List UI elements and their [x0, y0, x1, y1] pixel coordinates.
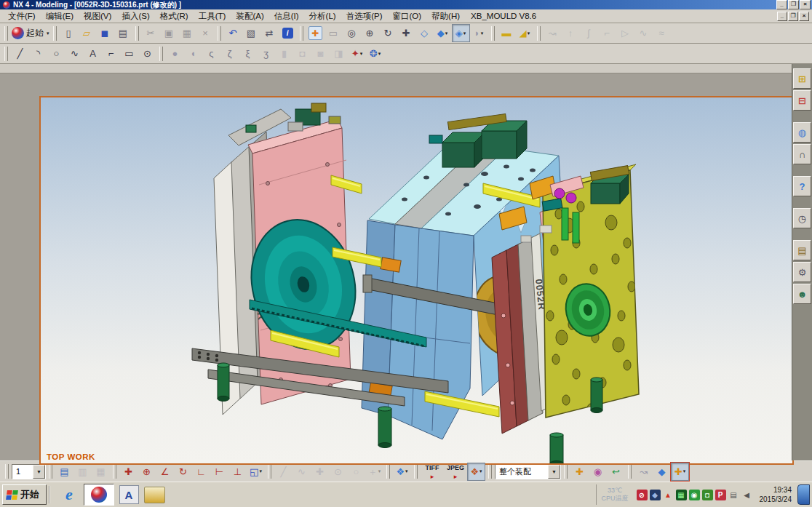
help-button[interactable]: ?	[793, 176, 811, 196]
information-button[interactable]: i	[279, 24, 297, 42]
polygon-button[interactable]: ⊙	[138, 44, 156, 63]
taskbar-clock[interactable]: 19:34 2015/3/24	[760, 485, 792, 504]
assemblies-dialog-dropdown-icon[interactable]: ▾	[405, 468, 408, 474]
spline-button[interactable]: ∿	[65, 44, 84, 63]
selection-tool-button[interactable]: ✚▾	[671, 463, 689, 481]
menu-item-5[interactable]: 工具(T)	[194, 11, 231, 21]
work-set-combo-dropdown-icon[interactable]: ▼	[548, 465, 560, 479]
menu-item-11[interactable]: 帮助(H)	[426, 11, 465, 21]
3d-model-canvas[interactable]: 0052R	[41, 97, 792, 463]
start-app-menu-button[interactable]: 起始▾	[11, 24, 50, 42]
divide-curve-button[interactable]: ζ	[220, 44, 239, 63]
layer-settings-button[interactable]: ▤	[55, 463, 73, 481]
menu-item-9[interactable]: 首选项(P)	[341, 11, 388, 21]
mdi-restore-button[interactable]: ❐	[788, 12, 798, 21]
wcs-rotate-button[interactable]: ∠	[156, 463, 174, 481]
wcs-display-button[interactable]: ⊥	[228, 463, 247, 481]
undo-button[interactable]: ↶	[224, 24, 242, 42]
tray-device-icon[interactable]: ▤	[728, 490, 739, 500]
datum-plane-button[interactable]: ◢▾	[516, 24, 534, 42]
mdi-close-button[interactable]: ×	[799, 12, 809, 21]
tray-blocked-icon[interactable]: P	[715, 490, 726, 500]
wcs-dynamics-button[interactable]: ✚	[119, 463, 138, 481]
graphics-window[interactable]: 0052R	[39, 96, 794, 465]
toolbar-grip[interactable]	[159, 47, 163, 61]
tray-terminal-icon[interactable]: ▦	[676, 490, 687, 500]
toolbar-grip[interactable]	[4, 47, 8, 61]
edit-curve-button[interactable]: ξ	[239, 44, 257, 63]
toolbar-grip[interactable]	[386, 464, 390, 479]
work-set-combo[interactable]: 整个装配▼	[495, 464, 561, 479]
zoom-in-out-button[interactable]: ⊕	[361, 24, 379, 42]
toolbar-grip[interactable]	[218, 26, 221, 41]
solid-display-button[interactable]: ◆	[653, 463, 671, 481]
menu-item-6[interactable]: 装配(A)	[231, 11, 268, 21]
start-button[interactable]: 开始	[2, 484, 47, 505]
toolbar-grip[interactable]	[628, 464, 632, 479]
datum-ruler-button[interactable]: ▬	[498, 24, 516, 42]
assemblies-dialog-button[interactable]: ❖▾	[393, 463, 411, 481]
toolbar-grip[interactable]	[113, 464, 116, 479]
roles-button[interactable]: ∩	[793, 144, 811, 164]
face-analysis-dropdown-icon[interactable]: ▾	[481, 31, 484, 36]
export-tiff-button[interactable]: TIFF▸	[421, 463, 444, 481]
fit-view-button[interactable]: ✚	[306, 24, 325, 42]
pan-view-button[interactable]: ✚	[397, 24, 415, 42]
join-curve-button[interactable]: ʒ	[257, 44, 275, 63]
bounded-plane-button[interactable]: ◖	[184, 44, 202, 63]
cad-application[interactable]: A	[118, 484, 140, 505]
toolbar-grip[interactable]	[135, 26, 139, 41]
rendering-style-dropdown-icon[interactable]: ▾	[463, 31, 466, 36]
shaded-view-dropdown-icon[interactable]: ▾	[445, 31, 448, 36]
tray-vpn-icon[interactable]: ◆	[650, 490, 661, 500]
trim-curve-button[interactable]: ς	[202, 44, 220, 63]
menu-item-0[interactable]: 文件(F)	[3, 11, 41, 21]
show-desktop-icon[interactable]	[797, 484, 810, 505]
wcs-save-button[interactable]: ◱▾	[247, 463, 265, 481]
wcs-orient-button[interactable]: ↻	[174, 463, 192, 481]
tray-backup-icon[interactable]: ◘	[702, 490, 713, 500]
documentation-button[interactable]: ▤	[793, 240, 811, 260]
toolbar-grip[interactable]	[491, 26, 495, 41]
toolbar-grip[interactable]	[414, 464, 418, 479]
restore-button[interactable]: ❐	[788, 0, 799, 9]
paste-special-button[interactable]: ▧	[242, 24, 260, 42]
datum-csys-button[interactable]: ✦▾	[348, 44, 366, 63]
selection-tool-dropdown-icon[interactable]: ▾	[683, 468, 686, 474]
tools-palette-button[interactable]: ⚙	[793, 262, 811, 282]
visualize-shade-button[interactable]: ❖▾	[467, 463, 485, 481]
shaded-view-button[interactable]: ◆▾	[434, 24, 452, 42]
toolbar-grip[interactable]	[4, 26, 8, 41]
start-app-menu-dropdown-icon[interactable]: ▾	[47, 31, 49, 36]
rotate-view-button[interactable]: ↻	[379, 24, 397, 42]
menu-item-7[interactable]: 信息(I)	[269, 11, 304, 21]
menu-item-8[interactable]: 分析(L)	[304, 11, 341, 21]
sphere-button[interactable]: ●	[166, 44, 184, 63]
menu-item-2[interactable]: 视图(V)	[79, 11, 116, 21]
datum-plane-dropdown-icon[interactable]: ▾	[528, 31, 530, 36]
edit-object-display-button[interactable]: ◉	[589, 463, 607, 481]
text-button[interactable]: A	[84, 44, 102, 63]
custom-version-menu[interactable]: XB_MOULD V8.6	[466, 11, 541, 21]
assembly-navigator-button[interactable]: ⊞	[793, 68, 811, 89]
line-button[interactable]: ╱	[11, 44, 29, 63]
zoom-loupe-button[interactable]: ◎	[343, 24, 361, 42]
constraint-navigator-button[interactable]: ⊟	[793, 90, 811, 111]
rectangle-button[interactable]: ▭	[120, 44, 138, 63]
nx-application[interactable]	[84, 484, 114, 506]
mdi-minimize-button[interactable]: _	[777, 12, 787, 21]
datum-axis-button[interactable]: ❂▾	[366, 44, 384, 63]
toolbar-grip[interactable]	[268, 464, 271, 479]
tray-monitor-icon[interactable]: ▲	[663, 490, 674, 500]
layer-combo[interactable]: 1▼	[12, 464, 46, 479]
tray-volume-icon[interactable]: ◀	[741, 490, 752, 500]
curve-tool-button[interactable]: ↝	[634, 463, 653, 481]
toolbar-grip[interactable]	[537, 26, 541, 41]
perspective-view-button[interactable]: ◇	[415, 24, 434, 42]
fillet-button[interactable]: ⌐	[102, 44, 120, 63]
web-browser-button[interactable]: ◍	[793, 122, 811, 143]
tray-shield-icon[interactable]: ◉	[689, 490, 700, 500]
replace-component-button[interactable]: ↩	[607, 463, 625, 481]
visualize-shade-dropdown-icon[interactable]: ▾	[479, 468, 482, 474]
file-manager-application[interactable]	[143, 484, 165, 505]
